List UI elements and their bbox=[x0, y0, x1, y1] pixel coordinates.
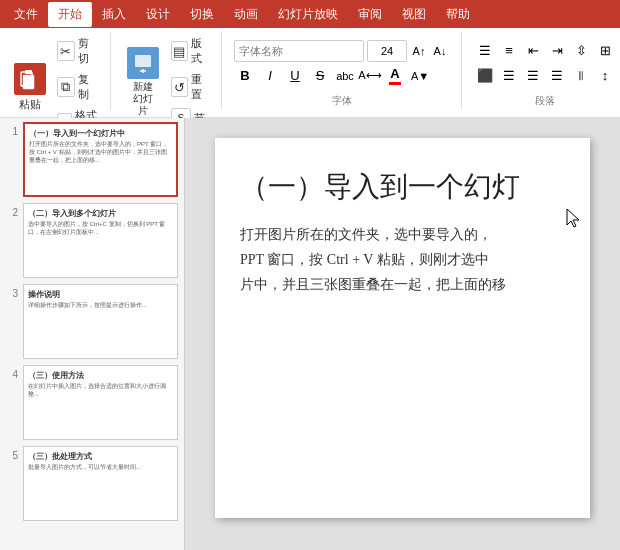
slide-preview-4: （三）使用方法在幻灯片中插入图片，选择合适的位置和大小进行调整... bbox=[23, 365, 178, 440]
copy-icon: ⧉ bbox=[57, 77, 75, 97]
slide-thumb-body-1: 打开图片所在的文件夹，选中要导入的，PPT 窗口，按 Ctrl + V 粘贴，则… bbox=[29, 141, 172, 164]
copy-button[interactable]: ⧉ 复制 bbox=[53, 70, 102, 104]
menu-item-file[interactable]: 文件 bbox=[4, 2, 48, 27]
slide-number-3: 3 bbox=[6, 284, 18, 299]
slide-thumbnail-1[interactable]: 1（一）导入到一个幻灯片中打开图片所在的文件夹，选中要导入的，PPT 窗口，按 … bbox=[6, 122, 178, 197]
menu-item-transition[interactable]: 切换 bbox=[180, 2, 224, 27]
text-direction-button[interactable]: ⇳ bbox=[570, 40, 592, 62]
font-color-indicator bbox=[389, 82, 401, 85]
font-color-button[interactable]: A bbox=[384, 65, 406, 87]
font-color-a: A bbox=[390, 66, 399, 81]
para-section: ☰ ≡ ⇤ ⇥ ⇳ ⊞ ⬛ ☰ ☰ ☰ ⫴ ↕ bbox=[474, 40, 616, 87]
slide-body-line3: 片中，并且三张图重叠在一起，把上面的移 bbox=[240, 277, 506, 292]
slide-thumbnail-2[interactable]: 2（二）导入到多个幻灯片选中要导入的图片，按 Ctrl+C 复制，切换到 PPT… bbox=[6, 203, 178, 278]
menu-item-slideshow[interactable]: 幻灯片放映 bbox=[268, 2, 348, 27]
font-label: 字体 bbox=[332, 94, 352, 108]
slide-thumb-title-4: （三）使用方法 bbox=[28, 370, 173, 381]
numbering-button[interactable]: ≡ bbox=[498, 40, 520, 62]
menu-item-insert[interactable]: 插入 bbox=[92, 2, 136, 27]
para-row1: ☰ ≡ ⇤ ⇥ ⇳ ⊞ bbox=[474, 40, 616, 62]
shadow-button[interactable]: abc bbox=[334, 65, 356, 87]
menu-item-animation[interactable]: 动画 bbox=[224, 2, 268, 27]
slide-number-4: 4 bbox=[6, 365, 18, 380]
reset-icon: ↺ bbox=[171, 77, 188, 97]
slide-thumbnail-4[interactable]: 4（三）使用方法在幻灯片中插入图片，选择合适的位置和大小进行调整... bbox=[6, 365, 178, 440]
slide-thumb-title-1: （一）导入到一个幻灯片中 bbox=[29, 128, 172, 139]
layout-button[interactable]: ▤ 版式 bbox=[167, 34, 213, 68]
font-shrink-button[interactable]: A↓ bbox=[431, 42, 449, 60]
slide-main-body: 打开图片所在的文件夹，选中要导入的， PPT 窗口，按 Ctrl + V 粘贴，… bbox=[240, 222, 565, 298]
slide-canvas: （一）导入到一个幻灯 打开图片所在的文件夹，选中要导入的， PPT 窗口，按 C… bbox=[215, 138, 590, 518]
svg-rect-3 bbox=[135, 55, 151, 67]
font-row2: B I U S abc A⟷ A A▼ bbox=[234, 65, 449, 87]
slide-body-line2: PPT 窗口，按 Ctrl + V 粘贴，则刚才选中 bbox=[240, 252, 489, 267]
slide-thumbnail-3[interactable]: 3操作说明详细操作步骤如下所示，按照提示进行操作... bbox=[6, 284, 178, 359]
slide-thumb-title-5: （三）批处理方式 bbox=[28, 451, 173, 462]
char-spacing-button[interactable]: A⟷ bbox=[359, 65, 381, 87]
columns-button[interactable]: ⫴ bbox=[570, 65, 592, 87]
slide-number-2: 2 bbox=[6, 203, 18, 218]
layout-icon: ▤ bbox=[171, 41, 188, 61]
highlight-button[interactable]: A▼ bbox=[409, 65, 431, 87]
slide-thumb-body-2: 选中要导入的图片，按 Ctrl+C 复制，切换到 PPT 窗口，在左侧幻灯片面板… bbox=[28, 221, 173, 237]
justify-button[interactable]: ☰ bbox=[546, 65, 568, 87]
content-area: （一）导入到一个幻灯 打开图片所在的文件夹，选中要导入的， PPT 窗口，按 C… bbox=[185, 118, 620, 550]
cut-button[interactable]: ✂ 剪切 bbox=[53, 34, 102, 68]
bold-button[interactable]: B bbox=[234, 65, 256, 87]
italic-button[interactable]: I bbox=[259, 65, 281, 87]
font-grow-button[interactable]: A↑ bbox=[410, 42, 428, 60]
clipboard-group: 粘贴 ✂ 剪切 ⧉ 复制 🖌 格式刷 剪贴板 bbox=[8, 32, 111, 110]
slide-body-line1: 打开图片所在的文件夹，选中要导入的， bbox=[240, 227, 492, 242]
font-row1: A↑ A↓ bbox=[234, 40, 449, 62]
main-area: 1（一）导入到一个幻灯片中打开图片所在的文件夹，选中要导入的，PPT 窗口，按 … bbox=[0, 118, 620, 550]
decrease-indent-button[interactable]: ⇤ bbox=[522, 40, 544, 62]
font-size-input[interactable] bbox=[367, 40, 407, 62]
align-center-button[interactable]: ☰ bbox=[498, 65, 520, 87]
new-slide-icon bbox=[127, 47, 159, 79]
slide-thumb-body-5: 批量导入图片的方式，可以节省大量时间... bbox=[28, 464, 173, 472]
line-spacing-button[interactable]: ↕ bbox=[594, 65, 616, 87]
slides-content: 新建幻灯片 ▤ 版式 ↺ 重置 § 节 bbox=[123, 34, 213, 130]
menu-bar: 文件 开始 插入 设计 切换 动画 幻灯片放映 审阅 视图 帮助 bbox=[0, 0, 620, 28]
align-left-button[interactable]: ⬛ bbox=[474, 65, 496, 87]
slide-number-5: 5 bbox=[6, 446, 18, 461]
increase-indent-button[interactable]: ⇥ bbox=[546, 40, 568, 62]
paragraph-content: ☰ ≡ ⇤ ⇥ ⇳ ⊞ ⬛ ☰ ☰ ☰ ⫴ ↕ bbox=[474, 34, 616, 92]
font-name-input[interactable] bbox=[234, 40, 364, 62]
menu-item-view[interactable]: 视图 bbox=[392, 2, 436, 27]
reset-button[interactable]: ↺ 重置 bbox=[167, 70, 213, 104]
cut-icon: ✂ bbox=[57, 41, 75, 61]
new-slide-label: 新建幻灯片 bbox=[129, 81, 157, 117]
slide-thumb-title-2: （二）导入到多个幻灯片 bbox=[28, 208, 173, 219]
font-content: A↑ A↓ B I U S abc A⟷ A A▼ bbox=[234, 34, 449, 92]
paragraph-label: 段落 bbox=[535, 94, 555, 108]
slides-group: 新建幻灯片 ▤ 版式 ↺ 重置 § 节 幻灯片 bbox=[119, 32, 222, 110]
menu-item-help[interactable]: 帮助 bbox=[436, 2, 480, 27]
slide-thumb-title-3: 操作说明 bbox=[28, 289, 173, 300]
ribbon: 粘贴 ✂ 剪切 ⧉ 复制 🖌 格式刷 剪贴板 bbox=[0, 28, 620, 118]
slide-preview-5: （三）批处理方式批量导入图片的方式，可以节省大量时间... bbox=[23, 446, 178, 521]
strikethrough-button[interactable]: S bbox=[309, 65, 331, 87]
slide-thumb-body-3: 详细操作步骤如下所示，按照提示进行操作... bbox=[28, 302, 173, 310]
slide-main-title: （一）导入到一个幻灯 bbox=[240, 168, 565, 206]
menu-item-design[interactable]: 设计 bbox=[136, 2, 180, 27]
slide-preview-2: （二）导入到多个幻灯片选中要导入的图片，按 Ctrl+C 复制，切换到 PPT … bbox=[23, 203, 178, 278]
paste-button[interactable]: 粘贴 bbox=[12, 60, 49, 115]
menu-item-home[interactable]: 开始 bbox=[48, 2, 92, 27]
slide-thumbnail-5[interactable]: 5（三）批处理方式批量导入图片的方式，可以节省大量时间... bbox=[6, 446, 178, 521]
font-section: A↑ A↓ B I U S abc A⟷ A A▼ bbox=[234, 40, 449, 87]
para-row2: ⬛ ☰ ☰ ☰ ⫴ ↕ bbox=[474, 65, 616, 87]
menu-item-review[interactable]: 审阅 bbox=[348, 2, 392, 27]
slide-panel[interactable]: 1（一）导入到一个幻灯片中打开图片所在的文件夹，选中要导入的，PPT 窗口，按 … bbox=[0, 118, 185, 550]
bullets-button[interactable]: ☰ bbox=[474, 40, 496, 62]
convert-smartart-button[interactable]: ⊞ bbox=[594, 40, 616, 62]
paragraph-group: ☰ ≡ ⇤ ⇥ ⇳ ⊞ ⬛ ☰ ☰ ☰ ⫴ ↕ 段落 bbox=[470, 32, 620, 110]
paste-icon bbox=[14, 63, 46, 95]
align-right-button[interactable]: ☰ bbox=[522, 65, 544, 87]
font-group: A↑ A↓ B I U S abc A⟷ A A▼ bbox=[230, 32, 462, 110]
svg-rect-2 bbox=[25, 70, 32, 74]
new-slide-button[interactable]: 新建幻灯片 bbox=[123, 44, 163, 120]
underline-button[interactable]: U bbox=[284, 65, 306, 87]
slide-preview-3: 操作说明详细操作步骤如下所示，按照提示进行操作... bbox=[23, 284, 178, 359]
slide-preview-1: （一）导入到一个幻灯片中打开图片所在的文件夹，选中要导入的，PPT 窗口，按 C… bbox=[23, 122, 178, 197]
